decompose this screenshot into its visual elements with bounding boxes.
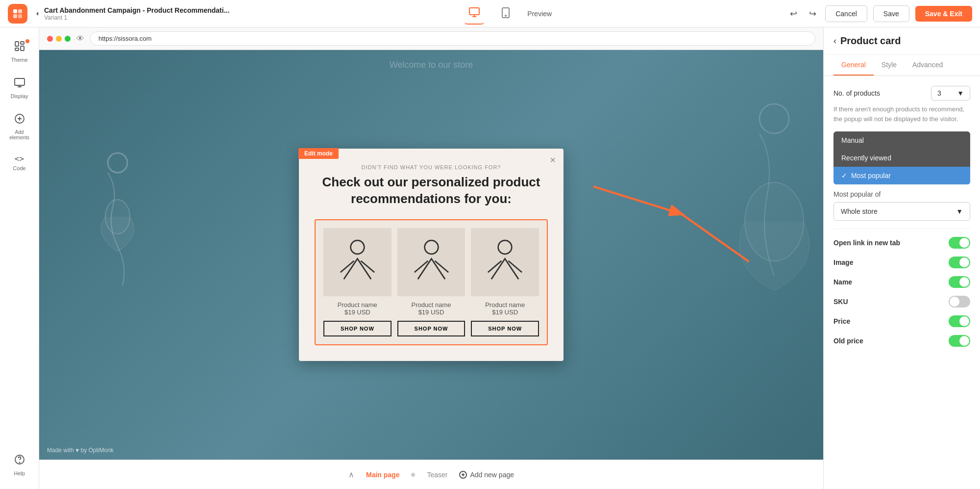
left-sidebar: Theme Display Add elements <> Code bbox=[0, 27, 39, 489]
svg-point-21 bbox=[498, 240, 512, 254]
sku-toggle[interactable] bbox=[949, 296, 970, 308]
made-with-footer: Made with ♥ by OptiMonk bbox=[47, 447, 114, 454]
sidebar-item-add-elements[interactable]: Add elements bbox=[3, 108, 36, 145]
preview-canvas: Welcome to our store × bbox=[39, 50, 823, 460]
dropdown-item-manual[interactable]: Manual bbox=[833, 131, 970, 149]
product-name-3: Product name bbox=[485, 301, 525, 309]
edit-mode-badge: Edit mode bbox=[298, 148, 339, 159]
main-layout: Theme Display Add elements <> Code bbox=[0, 27, 980, 489]
svg-rect-10 bbox=[15, 48, 19, 51]
panel-header: ‹ Product card bbox=[824, 27, 980, 55]
tab-advanced[interactable]: Advanced bbox=[905, 55, 951, 76]
display-icon bbox=[14, 77, 25, 91]
code-icon: <> bbox=[15, 154, 24, 163]
product-price-3: $19 USD bbox=[492, 309, 518, 316]
sku-row: SKU bbox=[833, 296, 970, 308]
popup-overlay: × Edit mode DIDN'T FIND WHAT YOU WERE LO… bbox=[39, 50, 823, 460]
panel-content: No. of products 3 ▼ If there aren't enou… bbox=[824, 76, 980, 489]
url-bar[interactable]: https://sissora.com bbox=[90, 31, 815, 46]
variant-label: Variant 1 bbox=[44, 14, 229, 21]
save-button[interactable]: Save bbox=[873, 5, 909, 22]
name-label: Name bbox=[833, 278, 852, 286]
no-of-products-label: No. of products bbox=[833, 89, 880, 97]
add-elements-icon bbox=[14, 113, 25, 128]
no-of-products-value: 3 bbox=[937, 89, 941, 97]
product-shop-btn-1[interactable]: SHOP NOW bbox=[323, 321, 392, 336]
code-label: Code bbox=[13, 165, 25, 171]
dropdown-item-recently-viewed[interactable]: Recently viewed bbox=[833, 149, 970, 167]
display-label: Display bbox=[10, 93, 28, 99]
svg-rect-0 bbox=[13, 9, 17, 13]
cancel-button[interactable]: Cancel bbox=[825, 5, 867, 22]
name-toggle[interactable] bbox=[949, 276, 970, 288]
product-name-1: Product name bbox=[338, 301, 377, 309]
svg-rect-9 bbox=[21, 46, 24, 51]
dot-red bbox=[47, 36, 53, 42]
dropdown-menu: Manual Recently viewed ✓ Most popular bbox=[833, 131, 970, 184]
no-of-products-select[interactable]: 3 ▼ bbox=[931, 86, 970, 101]
page-dot bbox=[411, 473, 415, 477]
panel-info-text: If there aren't enough products to recom… bbox=[833, 104, 970, 124]
product-image-3 bbox=[471, 228, 539, 296]
logo bbox=[8, 4, 27, 24]
product-name-2: Product name bbox=[412, 301, 451, 309]
name-row: Name bbox=[833, 276, 970, 288]
price-toggle[interactable] bbox=[949, 315, 970, 327]
popup-close-button[interactable]: × bbox=[550, 154, 556, 166]
browser-dots bbox=[47, 36, 71, 42]
open-link-toggle[interactable] bbox=[949, 237, 970, 249]
image-toggle[interactable] bbox=[949, 257, 970, 268]
panel-back-button[interactable]: ‹ bbox=[833, 36, 836, 46]
svg-rect-4 bbox=[469, 8, 479, 15]
main-page-tab[interactable]: Main page bbox=[366, 471, 399, 479]
product-shop-btn-2[interactable]: SHOP NOW bbox=[397, 321, 466, 336]
svg-rect-11 bbox=[15, 78, 24, 85]
sidebar-item-display[interactable]: Display bbox=[3, 72, 36, 104]
browser-eye-icon: 👁 bbox=[76, 34, 84, 43]
save-exit-button[interactable]: Save & Exit bbox=[915, 6, 972, 22]
sidebar-item-theme[interactable]: Theme bbox=[3, 35, 36, 68]
product-price-1: $19 USD bbox=[344, 309, 370, 316]
mobile-device-btn[interactable] bbox=[496, 2, 515, 25]
no-of-products-chevron: ▼ bbox=[957, 89, 964, 97]
redo-button[interactable]: ↪ bbox=[806, 5, 819, 22]
popup-subtitle: DIDN'T FIND WHAT YOU WERE LOOKING FOR? bbox=[315, 164, 548, 170]
device-switcher: Preview bbox=[235, 2, 781, 25]
product-image-1 bbox=[323, 228, 392, 296]
old-price-toggle[interactable] bbox=[949, 335, 970, 347]
no-of-products-row: No. of products 3 ▼ bbox=[833, 86, 970, 101]
help-icon bbox=[14, 454, 25, 468]
chevron-up-icon[interactable]: ∧ bbox=[348, 470, 354, 479]
svg-rect-3 bbox=[18, 14, 22, 18]
open-link-label: Open link in new tab bbox=[833, 239, 900, 247]
tab-general[interactable]: General bbox=[833, 55, 874, 76]
dropdown-item-most-popular[interactable]: ✓ Most popular bbox=[833, 167, 970, 184]
most-popular-of-select[interactable]: Whole store ▼ bbox=[833, 202, 970, 221]
dot-green bbox=[65, 36, 71, 42]
campaign-title: Cart Abandonment Campaign - Product Reco… bbox=[44, 6, 229, 14]
back-button[interactable]: Cart Abandonment Campaign - Product Reco… bbox=[33, 6, 229, 21]
browser-bar: 👁 https://sissora.com bbox=[39, 27, 823, 50]
tab-style[interactable]: Style bbox=[874, 55, 905, 76]
desktop-device-btn[interactable] bbox=[465, 2, 484, 25]
most-popular-of-label: Most popular of bbox=[833, 190, 970, 198]
bottom-bar: ∧ Main page Teaser Add new page bbox=[39, 460, 823, 489]
teaser-tab[interactable]: Teaser bbox=[427, 471, 447, 479]
popup-box: × Edit mode DIDN'T FIND WHAT YOU WERE LO… bbox=[299, 149, 564, 360]
add-elements-label: Add elements bbox=[7, 129, 32, 140]
recommendation-type-dropdown: Manual Recently viewed ✓ Most popular bbox=[833, 131, 970, 184]
popup-title: Check out our personalized product recom… bbox=[315, 174, 548, 207]
product-shop-btn-3[interactable]: SHOP NOW bbox=[471, 321, 539, 336]
sidebar-item-code[interactable]: <> Code bbox=[3, 149, 36, 176]
image-row: Image bbox=[833, 257, 970, 268]
most-popular-label: Most popular bbox=[851, 172, 891, 180]
sidebar-item-help[interactable]: Help bbox=[3, 449, 36, 481]
add-new-page-btn[interactable]: Add new page bbox=[459, 471, 514, 479]
popup-products: Product name $19 USD SHOP NOW bbox=[315, 219, 548, 345]
top-bar-actions: ↩ ↪ Cancel Save Save & Exit bbox=[787, 5, 972, 22]
product-image-2 bbox=[397, 228, 466, 296]
svg-point-6 bbox=[505, 15, 506, 16]
manual-label: Manual bbox=[841, 136, 864, 144]
product-card-2: Product name $19 USD SHOP NOW bbox=[397, 228, 466, 336]
undo-button[interactable]: ↩ bbox=[787, 5, 800, 22]
